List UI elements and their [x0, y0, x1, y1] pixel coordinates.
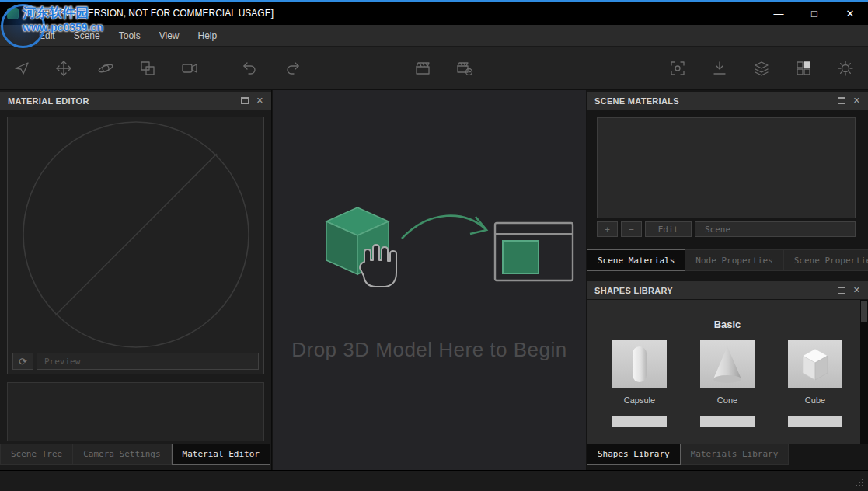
camera-tool-button[interactable]	[176, 55, 203, 82]
scene-materials-tabs: Scene Materials Node Properties Scene Pr…	[587, 249, 868, 271]
select-tool-button[interactable]	[9, 55, 35, 82]
close-panel-icon[interactable]: ✕	[853, 96, 860, 105]
duplicate-tool-button[interactable]	[134, 55, 161, 82]
layers-button[interactable]	[748, 55, 775, 82]
render-animation-button[interactable]	[451, 55, 478, 82]
menu-tools[interactable]: Tools	[110, 25, 150, 46]
shapes-library-header: SHAPES LIBRARY ✕	[587, 281, 868, 300]
float-panel-icon[interactable]	[838, 97, 845, 104]
menu-scene[interactable]: Scene	[64, 25, 110, 46]
tab-material-editor[interactable]: Material Editor	[172, 444, 270, 465]
float-panel-icon[interactable]	[241, 97, 249, 104]
left-panel-tabs: Scene Tree Camera Settings Material Edit…	[0, 444, 270, 465]
material-properties-box	[7, 382, 264, 441]
toolbar	[0, 47, 868, 90]
refresh-preview-button[interactable]: ⟳	[12, 353, 33, 370]
camera-tool-icon	[181, 60, 198, 77]
tab-scene-properties[interactable]: Scene Properties	[784, 249, 868, 271]
window-title: Owlet [FREE VERSION, NOT FOR COMMERCIAL …	[25, 8, 274, 19]
tab-scene-materials[interactable]: Scene Materials	[587, 249, 685, 271]
move-tool-icon	[55, 60, 72, 77]
tab-shapes-library[interactable]: Shapes Library	[587, 444, 681, 465]
shape-item-cone[interactable]: Cone	[700, 340, 755, 405]
cone-thumbnail	[700, 340, 755, 388]
minimize-button[interactable]: —	[761, 2, 797, 25]
viewport-drop-zone[interactable]: Drop 3D Model Here to Begin	[273, 90, 586, 470]
render-image-button[interactable]	[410, 55, 436, 82]
shape-label: Capsule	[612, 395, 667, 405]
capsule-shape-icon	[624, 343, 655, 385]
scene-materials-buttons: + − Edit Scene	[597, 221, 856, 237]
shape-thumbnail-partial	[788, 416, 842, 427]
menu-view[interactable]: View	[150, 25, 189, 46]
close-panel-icon[interactable]: ✕	[853, 286, 860, 294]
material-editor-title: MATERIAL EDITOR	[8, 96, 89, 106]
shapes-row-partial	[587, 416, 868, 427]
focus-object-icon	[669, 60, 686, 77]
orbit-tool-button[interactable]	[92, 55, 119, 82]
app-window-illustration-icon	[495, 223, 573, 280]
shape-thumbnail-partial	[700, 416, 755, 427]
window-controls: — □ ✕	[761, 2, 868, 25]
shapes-row: Capsule Cone	[587, 340, 868, 405]
settings-button[interactable]	[832, 55, 859, 82]
layout-split-icon	[795, 60, 812, 77]
resize-grip[interactable]	[862, 485, 863, 486]
import-model-button[interactable]	[706, 55, 733, 82]
scene-material-button[interactable]: Scene	[695, 221, 856, 237]
preview-name-field[interactable]: Preview	[37, 353, 259, 370]
focus-object-button[interactable]	[664, 55, 691, 82]
scene-materials-header: SCENE MATERIALS ✕	[587, 92, 868, 110]
material-preview-canvas	[8, 120, 263, 349]
close-button[interactable]: ✕	[832, 2, 868, 25]
material-editor-panel: MATERIAL EDITOR ✕ ⟳ Previ	[0, 90, 272, 470]
app-window: Owlet [FREE VERSION, NOT FOR COMMERCIAL …	[0, 0, 868, 491]
shape-label: Cube	[788, 395, 842, 405]
move-tool-button[interactable]	[51, 55, 77, 82]
shape-item-partial[interactable]	[788, 416, 842, 427]
cone-shape-icon	[710, 343, 744, 385]
menu-help[interactable]: Help	[189, 25, 227, 46]
drop-model-illustration	[284, 198, 576, 315]
shape-item-partial[interactable]	[612, 416, 667, 427]
tab-materials-library[interactable]: Materials Library	[681, 444, 790, 465]
menubar: Edit Scene Tools View Help	[0, 25, 868, 47]
material-editor-header: MATERIAL EDITOR ✕	[0, 92, 271, 110]
empty-preview-icon	[21, 120, 251, 350]
preview-controls-row: ⟳ Preview	[12, 353, 259, 370]
shape-item-capsule[interactable]: Capsule	[612, 340, 667, 405]
redo-button[interactable]	[279, 55, 305, 82]
scene-materials-list[interactable]	[597, 117, 856, 218]
select-tool-icon	[13, 60, 30, 77]
render-animation-icon	[456, 60, 473, 77]
menu-edit[interactable]: Edit	[30, 25, 64, 46]
cube-thumbnail	[788, 340, 842, 388]
edit-material-button[interactable]: Edit	[645, 221, 692, 237]
duplicate-tool-icon	[139, 60, 156, 77]
tab-node-properties[interactable]: Node Properties	[685, 249, 783, 271]
undo-button[interactable]	[237, 55, 263, 82]
layout-split-button[interactable]	[790, 55, 817, 82]
tab-scene-tree[interactable]: Scene Tree	[0, 444, 73, 465]
shapes-library-content: Basic Capsule	[587, 300, 868, 444]
shape-item-partial[interactable]	[700, 416, 755, 427]
cube-shape-icon	[797, 345, 834, 384]
shapes-scrollbar-thumb[interactable]	[861, 301, 867, 322]
shape-thumbnail-partial	[612, 416, 667, 427]
tab-camera-settings[interactable]: Camera Settings	[73, 444, 171, 465]
undo-icon	[242, 60, 259, 77]
settings-gear-icon	[837, 60, 854, 77]
titlebar: Owlet [FREE VERSION, NOT FOR COMMERCIAL …	[0, 2, 868, 25]
capsule-thumbnail	[612, 340, 667, 388]
shapes-scrollbar[interactable]	[860, 300, 868, 444]
add-material-button[interactable]: +	[597, 221, 618, 237]
float-panel-icon[interactable]	[838, 287, 845, 294]
shape-item-cube[interactable]: Cube	[788, 340, 842, 405]
material-editor-body: ⟳ Preview	[0, 110, 271, 439]
hand-cursor-icon	[360, 245, 396, 287]
render-image-icon	[414, 60, 431, 77]
shapes-section-title: Basic	[587, 319, 868, 330]
close-panel-icon[interactable]: ✕	[256, 96, 263, 105]
maximize-button[interactable]: □	[797, 2, 832, 25]
remove-material-button[interactable]: −	[621, 221, 642, 237]
